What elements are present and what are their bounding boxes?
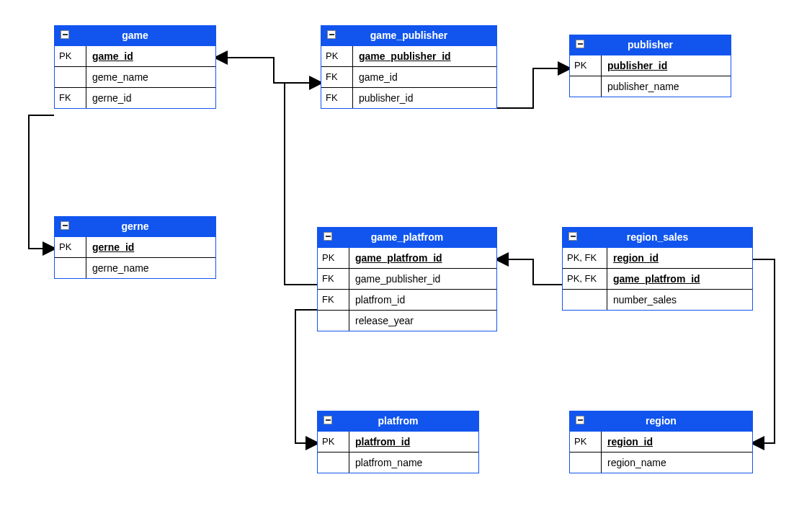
key-cell: PK xyxy=(570,55,602,76)
key-cell: PK xyxy=(318,248,349,268)
key-cell xyxy=(318,453,349,473)
column-name: game_platfrom_id xyxy=(349,248,496,268)
column-name: region_id xyxy=(607,248,752,268)
collapse-icon[interactable] xyxy=(324,232,332,241)
column-name: game_publisher_id xyxy=(349,269,496,289)
entity-header[interactable]: region xyxy=(570,411,752,432)
column-row: publisher_name xyxy=(570,76,731,97)
entity-title: publisher xyxy=(628,39,673,50)
key-cell xyxy=(318,311,349,331)
column-name: game_id xyxy=(353,67,496,87)
entity-title: game_publisher xyxy=(370,30,447,41)
key-cell: FK xyxy=(321,67,353,87)
entity-publisher[interactable]: publisher PK publisher_id publisher_name xyxy=(569,35,731,97)
column-name: release_year xyxy=(349,311,496,331)
column-name: platfrom_id xyxy=(349,432,478,452)
key-cell: PK xyxy=(321,46,353,66)
column-name: platfrom_id xyxy=(349,290,496,310)
column-name: region_name xyxy=(602,453,752,473)
key-cell xyxy=(570,76,602,97)
column-row: FK game_id xyxy=(321,66,496,87)
entity-title: game_platfrom xyxy=(371,231,443,243)
key-cell: PK xyxy=(570,432,602,452)
column-name: game_publisher_id xyxy=(353,46,496,66)
entity-header[interactable]: game_publisher xyxy=(321,26,496,46)
column-name: publisher_id xyxy=(353,88,496,108)
column-row: PK, FK region_id xyxy=(563,248,752,268)
column-row: FK platfrom_id xyxy=(318,289,496,310)
entity-title: game xyxy=(122,30,148,41)
column-name: platfrom_name xyxy=(349,453,478,473)
column-name: number_sales xyxy=(607,290,752,310)
column-row: FK gerne_id xyxy=(55,87,215,108)
entity-game-platfrom[interactable]: game_platfrom PK game_platfrom_id FK gam… xyxy=(317,227,497,331)
key-cell: FK xyxy=(318,290,349,310)
column-name: publisher_name xyxy=(602,76,731,97)
column-name: gerne_id xyxy=(86,237,215,257)
column-name: gerne_name xyxy=(86,258,215,278)
collapse-icon[interactable] xyxy=(324,416,332,424)
column-row: platfrom_name xyxy=(318,452,478,473)
collapse-icon[interactable] xyxy=(327,30,336,39)
entity-header[interactable]: game xyxy=(55,26,215,46)
entity-title: gerne xyxy=(121,220,148,232)
key-cell: PK, FK xyxy=(563,269,607,289)
key-cell xyxy=(55,258,86,278)
entity-region[interactable]: region PK region_id region_name xyxy=(569,411,753,473)
key-cell xyxy=(563,290,607,310)
column-name: region_id xyxy=(602,432,752,452)
column-row: gerne_name xyxy=(55,257,215,278)
entity-game-publisher[interactable]: game_publisher PK game_publisher_id FK g… xyxy=(321,25,497,109)
entity-platfrom[interactable]: platfrom PK platfrom_id platfrom_name xyxy=(317,411,479,473)
column-row: FK publisher_id xyxy=(321,87,496,108)
column-row: PK platfrom_id xyxy=(318,432,478,452)
key-cell xyxy=(570,453,602,473)
entity-game[interactable]: game PK game_id geme_name FK gerne_id xyxy=(54,25,216,109)
key-cell: PK xyxy=(55,237,86,257)
column-row: PK game_id xyxy=(55,46,215,66)
entity-gerne[interactable]: gerne PK gerne_id gerne_name xyxy=(54,216,216,279)
key-cell: FK xyxy=(55,88,86,108)
column-row: release_year xyxy=(318,310,496,331)
key-cell: FK xyxy=(321,88,353,108)
key-cell: FK xyxy=(318,269,349,289)
entity-header[interactable]: publisher xyxy=(570,35,731,55)
collapse-icon[interactable] xyxy=(576,40,584,48)
column-name: game_id xyxy=(86,46,215,66)
column-row: PK game_platfrom_id xyxy=(318,248,496,268)
column-row: PK region_id xyxy=(570,432,752,452)
column-row: FK game_publisher_id xyxy=(318,268,496,289)
column-row: number_sales xyxy=(563,289,752,310)
column-name: game_platfrom_id xyxy=(607,269,752,289)
collapse-icon[interactable] xyxy=(61,30,69,39)
entity-header[interactable]: platfrom xyxy=(318,411,478,432)
key-cell: PK xyxy=(318,432,349,452)
collapse-icon[interactable] xyxy=(568,232,577,241)
column-row: region_name xyxy=(570,452,752,473)
column-row: PK publisher_id xyxy=(570,55,731,76)
key-cell xyxy=(55,67,86,87)
entity-region-sales[interactable]: region_sales PK, FK region_id PK, FK gam… xyxy=(562,227,753,311)
column-row: PK, FK game_platfrom_id xyxy=(563,268,752,289)
entity-title: region_sales xyxy=(627,231,689,243)
column-row: geme_name xyxy=(55,66,215,87)
entity-header[interactable]: gerne xyxy=(55,217,215,237)
entity-header[interactable]: game_platfrom xyxy=(318,228,496,248)
column-row: PK game_publisher_id xyxy=(321,46,496,66)
entity-header[interactable]: region_sales xyxy=(563,228,752,248)
entity-title: region xyxy=(646,415,677,427)
entity-title: platfrom xyxy=(378,415,419,427)
column-name: geme_name xyxy=(86,67,215,87)
key-cell: PK xyxy=(55,46,86,66)
column-row: PK gerne_id xyxy=(55,237,215,257)
key-cell: PK, FK xyxy=(563,248,607,268)
column-name: publisher_id xyxy=(602,55,731,76)
column-name: gerne_id xyxy=(86,88,215,108)
collapse-icon[interactable] xyxy=(576,416,584,424)
er-diagram-canvas: game PK game_id geme_name FK gerne_id ga… xyxy=(0,0,812,526)
collapse-icon[interactable] xyxy=(61,221,69,230)
